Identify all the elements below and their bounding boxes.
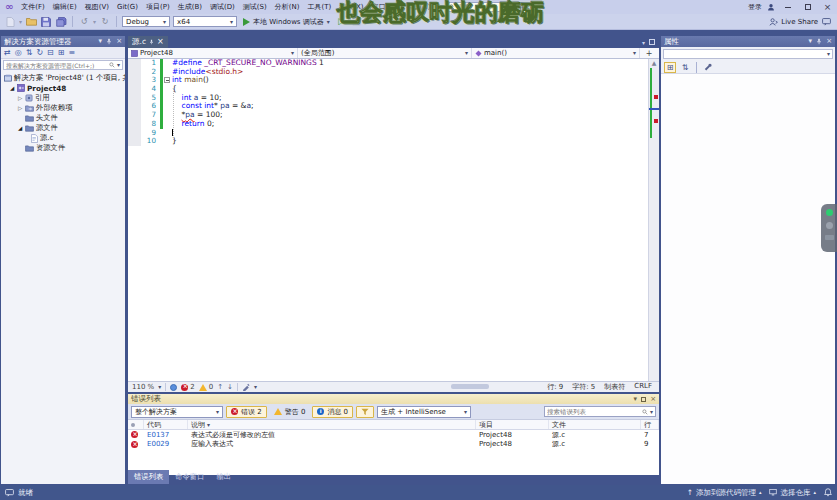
- next-issue-icon[interactable]: ↓: [227, 383, 233, 391]
- code-cleanup-icon[interactable]: [242, 383, 250, 391]
- tab-list-dropdown-icon[interactable]: ▾: [642, 39, 645, 46]
- tree-node-resource-files[interactable]: 资源文件: [1, 143, 125, 153]
- undo-button[interactable]: ↺: [78, 16, 90, 28]
- tree-node-header-files[interactable]: 头文件: [1, 113, 125, 123]
- tab-close-icon[interactable]: ×: [157, 38, 164, 46]
- error-scope-dropdown[interactable]: 整个解决方案▾: [131, 406, 223, 418]
- pending-changes-filter-icon[interactable]: ◎: [15, 48, 22, 58]
- error-code-link[interactable]: E0029: [144, 440, 188, 450]
- close-button[interactable]: ×: [820, 1, 835, 13]
- project-column-header[interactable]: 项目: [476, 420, 549, 429]
- properties-icon[interactable]: ≡: [69, 48, 76, 58]
- new-item-button[interactable]: [4, 16, 16, 28]
- pin-icon[interactable]: [106, 38, 112, 45]
- menu-item-分析(N)[interactable]: 分析(N): [271, 0, 304, 14]
- tree-node-source-files[interactable]: ◢ 源文件: [1, 123, 125, 133]
- menu-item-生成(B)[interactable]: 生成(B): [174, 0, 206, 14]
- expanded-arrow-icon[interactable]: ◢: [17, 125, 23, 131]
- property-pages-icon[interactable]: [702, 62, 714, 73]
- close-icon[interactable]: ×: [826, 38, 832, 45]
- menu-item-窗口(W)[interactable]: 窗口(W): [367, 0, 401, 14]
- horizontal-scrollbar-thumb[interactable]: [451, 384, 489, 389]
- menu-item-视图(V)[interactable]: 视图(V): [81, 0, 113, 14]
- warnings-filter-toggle[interactable]: 警告 0: [270, 406, 310, 418]
- properties-object-dropdown[interactable]: ▾: [663, 49, 833, 59]
- tree-node-external-dependencies[interactable]: ▷ 外部依赖项: [1, 103, 125, 113]
- char-indicator[interactable]: 字符: 5: [572, 382, 595, 392]
- line-ending-indicator[interactable]: CRLF: [634, 382, 652, 392]
- menu-item-项目(P)[interactable]: 项目(P): [142, 0, 174, 14]
- menu-item-Git(G)[interactable]: Git(G): [113, 0, 142, 14]
- categorized-view-icon[interactable]: ⊞: [664, 62, 676, 73]
- warning-count-badge[interactable]: 0: [199, 383, 213, 391]
- search-input[interactable]: [457, 3, 493, 11]
- document-health-icon[interactable]: [170, 384, 177, 391]
- code-column-header[interactable]: 代码: [144, 420, 188, 429]
- tree-node-project[interactable]: ◢ Project48: [1, 83, 125, 93]
- build-target-dropdown-icon[interactable]: ▾: [366, 19, 369, 25]
- undo-dropdown-icon[interactable]: ▾: [93, 19, 96, 25]
- error-search-input[interactable]: [547, 408, 640, 416]
- code-line-9[interactable]: 9: [128, 129, 648, 138]
- save-button[interactable]: [40, 16, 52, 28]
- menu-item-测试(S)[interactable]: 测试(S): [239, 0, 271, 14]
- menu-item-调试(D)[interactable]: 调试(D): [206, 0, 239, 14]
- float-window-icon[interactable]: [649, 39, 655, 45]
- line-indicator[interactable]: 行: 9: [547, 382, 563, 392]
- error-row-E0029[interactable]: E0029应输入表达式Project48源.c9: [128, 440, 659, 450]
- code-line-10[interactable]: 10}: [128, 137, 648, 146]
- line-column-header[interactable]: 行: [641, 420, 659, 429]
- menu-item-编辑(E)[interactable]: 编辑(E): [49, 0, 81, 14]
- menu-item-扩展(X)[interactable]: 扩展(X): [335, 0, 367, 14]
- nav-project-dropdown[interactable]: Project48▾: [128, 48, 298, 58]
- previous-issue-icon[interactable]: ↑: [217, 383, 223, 391]
- collapsed-arrow-icon[interactable]: ▷: [17, 95, 23, 101]
- solution-explorer-header[interactable]: 解决方案资源管理器 ▾ ×: [1, 36, 125, 47]
- minimize-button[interactable]: [780, 1, 795, 13]
- user-avatar-icon[interactable]: [767, 3, 775, 11]
- error-source-dropdown[interactable]: 生成 + IntelliSense▾: [377, 406, 471, 418]
- code-cleanup-dropdown-icon[interactable]: ▾: [254, 384, 257, 390]
- quick-search-box[interactable]: [445, 2, 501, 12]
- error-count-badge[interactable]: 2: [181, 383, 194, 391]
- window-position-icon[interactable]: ▾: [809, 38, 813, 45]
- severity-column-header[interactable]: [128, 420, 144, 429]
- collapsed-arrow-icon[interactable]: ▷: [17, 105, 23, 111]
- maximize-panel-icon[interactable]: [641, 397, 646, 402]
- feedback-icon[interactable]: [5, 489, 14, 497]
- window-position-icon[interactable]: ▾: [99, 38, 103, 45]
- tree-node-references[interactable]: ▷ 引用: [1, 93, 125, 103]
- live-share-button[interactable]: Live Share: [769, 18, 818, 26]
- description-column-header[interactable]: 说明▾: [188, 420, 476, 429]
- nav-member-dropdown[interactable]: main()▾: [472, 48, 640, 58]
- code-line-8[interactable]: 8 return 0;: [128, 120, 648, 129]
- panel-tab-输出[interactable]: 输出: [210, 470, 237, 484]
- error-code-link[interactable]: E0137: [144, 430, 188, 440]
- messages-filter-toggle[interactable]: 消息 0: [312, 406, 353, 418]
- window-position-icon[interactable]: ▾: [634, 396, 638, 403]
- error-row-E0137[interactable]: E0137表达式必须是可修改的左值Project48源.c7: [128, 430, 659, 440]
- show-all-files-icon[interactable]: ⊞: [58, 48, 65, 58]
- editor-vertical-scrollbar[interactable]: ▲: [648, 59, 659, 381]
- code-editor[interactable]: 1#define _CRT_SECURE_NO_WARNINGS 12#incl…: [128, 59, 648, 381]
- build-target-icon[interactable]: [351, 16, 363, 28]
- close-icon[interactable]: ×: [116, 38, 122, 45]
- feedback-icon[interactable]: [822, 18, 831, 26]
- search-options-icon[interactable]: ▾: [650, 409, 653, 415]
- pin-icon[interactable]: [816, 38, 822, 45]
- menu-item-工具(T)[interactable]: 工具(T): [303, 0, 335, 14]
- expanded-arrow-icon[interactable]: ◢: [9, 85, 15, 91]
- nav-scope-dropdown[interactable]: (全局范围)▾: [298, 48, 472, 58]
- panel-tab-错误列表[interactable]: 错误列表: [128, 470, 169, 484]
- panel-tab-命令窗口[interactable]: 命令窗口: [169, 470, 210, 484]
- collapse-region-icon[interactable]: [164, 77, 170, 83]
- switch-views-icon[interactable]: ⇄: [4, 48, 11, 58]
- tab-pin-icon[interactable]: [149, 39, 154, 45]
- add-view-button[interactable]: +: [640, 48, 658, 58]
- save-all-button[interactable]: [55, 16, 67, 28]
- select-repository-button[interactable]: 选择仓库 ▴: [769, 488, 816, 498]
- solution-search-box[interactable]: ▾: [3, 60, 123, 70]
- alphabetical-sort-icon[interactable]: ⇅: [679, 62, 691, 73]
- collapse-all-icon[interactable]: ⊟: [47, 48, 54, 58]
- start-without-debugging-button[interactable]: ▷: [336, 16, 348, 28]
